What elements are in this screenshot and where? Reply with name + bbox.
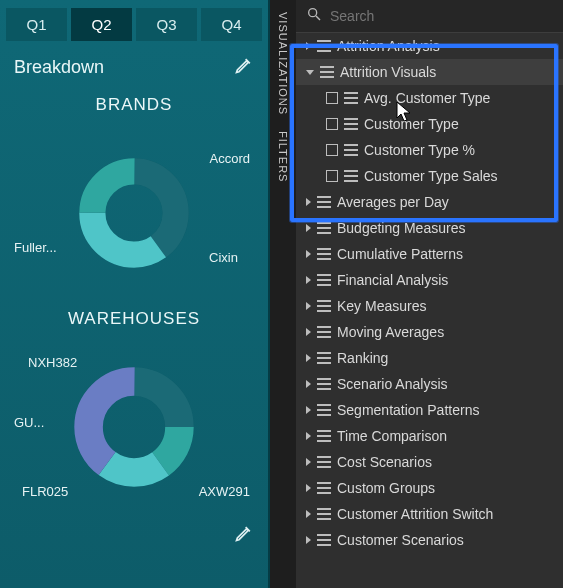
- tree-item-financial-analysis[interactable]: Financial Analysis: [296, 267, 563, 293]
- tree-label: Financial Analysis: [337, 272, 448, 288]
- tree-field-customer-type[interactable]: Customer Type: [296, 111, 563, 137]
- edit-icon[interactable]: [234, 55, 254, 79]
- chevron-right-icon: [306, 484, 311, 492]
- svg-point-9: [309, 9, 317, 17]
- tree-label: Customer Attrition Switch: [337, 506, 493, 522]
- tree-label: Ranking: [337, 350, 388, 366]
- chevron-right-icon: [306, 276, 311, 284]
- chevron-right-icon: [306, 380, 311, 388]
- chevron-right-icon: [306, 328, 311, 336]
- tree-item-scenario-analysis[interactable]: Scenario Analysis: [296, 371, 563, 397]
- tree-field-avg-customer-type[interactable]: Avg. Customer Type: [296, 85, 563, 111]
- tree-item-custom-groups[interactable]: Custom Groups: [296, 475, 563, 501]
- right-panel: VISUALIZATIONS FILTERS Attrition Analysi…: [270, 0, 563, 588]
- tree-label: Custom Groups: [337, 480, 435, 496]
- brand-label-accord: Accord: [210, 151, 250, 166]
- checkbox[interactable]: [326, 144, 338, 156]
- tree-item-customer-attrition-switch[interactable]: Customer Attrition Switch: [296, 501, 563, 527]
- tree-label: Cost Scenarios: [337, 454, 432, 470]
- wh-label-flr: FLR025: [22, 484, 68, 499]
- tree-item-cost-scenarios[interactable]: Cost Scenarios: [296, 449, 563, 475]
- table-icon: [317, 456, 331, 468]
- tree-item-averages-per-day[interactable]: Averages per Day: [296, 189, 563, 215]
- search-input[interactable]: [330, 8, 553, 24]
- tree-label: Customer Type Sales: [364, 168, 498, 184]
- table-icon: [317, 248, 331, 260]
- tree-item-attrition-visuals[interactable]: Attrition Visuals: [296, 59, 563, 85]
- measure-icon: [344, 170, 358, 182]
- tree-label: Customer Scenarios: [337, 532, 464, 548]
- breakdown-label: Breakdown: [14, 57, 104, 78]
- table-icon: [317, 326, 331, 338]
- tree-item-segmentation-patterns[interactable]: Segmentation Patterns: [296, 397, 563, 423]
- table-icon: [317, 274, 331, 286]
- tree-label: Customer Type: [364, 116, 459, 132]
- tree-label: Key Measures: [337, 298, 426, 314]
- chevron-right-icon: [306, 224, 311, 232]
- chevron-right-icon: [306, 432, 311, 440]
- measure-icon: [344, 144, 358, 156]
- tree-item-key-measures[interactable]: Key Measures: [296, 293, 563, 319]
- checkbox[interactable]: [326, 92, 338, 104]
- chevron-right-icon: [306, 458, 311, 466]
- tree-item-customer-scenarios[interactable]: Customer Scenarios: [296, 527, 563, 553]
- brands-chart: Accord Cixin Fuller...: [0, 123, 268, 303]
- table-icon: [317, 378, 331, 390]
- brand-label-fuller: Fuller...: [14, 240, 57, 255]
- table-icon: [317, 534, 331, 546]
- tree-item-budgeting-measures[interactable]: Budgeting Measures: [296, 215, 563, 241]
- svg-line-10: [316, 16, 320, 20]
- fields-panel: Attrition Analysis Attrition Visuals Avg…: [296, 0, 563, 588]
- checkbox[interactable]: [326, 118, 338, 130]
- tree-item-cumulative-patterns[interactable]: Cumulative Patterns: [296, 241, 563, 267]
- tab-q2[interactable]: Q2: [71, 8, 132, 41]
- tree-field-customer-type-pct[interactable]: Customer Type %: [296, 137, 563, 163]
- side-tab-filters[interactable]: FILTERS: [277, 125, 289, 188]
- tree-item-attrition-analysis[interactable]: Attrition Analysis: [296, 33, 563, 59]
- search-icon: [306, 6, 322, 26]
- tree-field-customer-type-sales[interactable]: Customer Type Sales: [296, 163, 563, 189]
- tab-q4[interactable]: Q4: [201, 8, 262, 41]
- measure-icon: [344, 118, 358, 130]
- side-tab-visualizations[interactable]: VISUALIZATIONS: [277, 6, 289, 121]
- brand-label-cixin: Cixin: [209, 250, 238, 265]
- table-icon: [317, 222, 331, 234]
- brands-title: BRANDS: [0, 95, 268, 115]
- tree-label: Moving Averages: [337, 324, 444, 340]
- tab-q3[interactable]: Q3: [136, 8, 197, 41]
- chevron-right-icon: [306, 510, 311, 518]
- edit-icon-2[interactable]: [234, 523, 254, 547]
- side-tabs: VISUALIZATIONS FILTERS: [270, 0, 296, 588]
- chevron-right-icon: [306, 302, 311, 310]
- table-icon: [320, 66, 334, 78]
- chevron-down-icon: [306, 70, 314, 75]
- table-icon: [317, 300, 331, 312]
- measure-icon: [344, 92, 358, 104]
- table-icon: [317, 352, 331, 364]
- warehouses-donut: [74, 367, 194, 487]
- tree-label: Budgeting Measures: [337, 220, 465, 236]
- tab-q1[interactable]: Q1: [6, 8, 67, 41]
- tree-label: Averages per Day: [337, 194, 449, 210]
- chevron-right-icon: [306, 250, 311, 258]
- dashboard-panel: Q1 Q2 Q3 Q4 Breakdown BRANDS Accord Cixi…: [0, 0, 270, 588]
- table-icon: [317, 508, 331, 520]
- checkbox[interactable]: [326, 170, 338, 182]
- tree-item-moving-averages[interactable]: Moving Averages: [296, 319, 563, 345]
- tree-item-ranking[interactable]: Ranking: [296, 345, 563, 371]
- table-icon: [317, 430, 331, 442]
- table-icon: [317, 404, 331, 416]
- table-icon: [317, 482, 331, 494]
- tree-label: Attrition Visuals: [340, 64, 436, 80]
- tree-label: Scenario Analysis: [337, 376, 448, 392]
- warehouses-title: WAREHOUSES: [0, 309, 268, 329]
- chevron-right-icon: [306, 536, 311, 544]
- tree-item-time-comparison[interactable]: Time Comparison: [296, 423, 563, 449]
- warehouses-chart: NXH382 GU... FLR025 AXW291: [0, 337, 268, 517]
- chevron-right-icon: [306, 198, 311, 206]
- breakdown-header: Breakdown: [0, 49, 268, 89]
- bottom-header: [0, 517, 268, 553]
- fields-tree: Attrition Analysis Attrition Visuals Avg…: [296, 33, 563, 588]
- wh-label-nxh: NXH382: [28, 355, 77, 370]
- brands-donut: [79, 158, 189, 268]
